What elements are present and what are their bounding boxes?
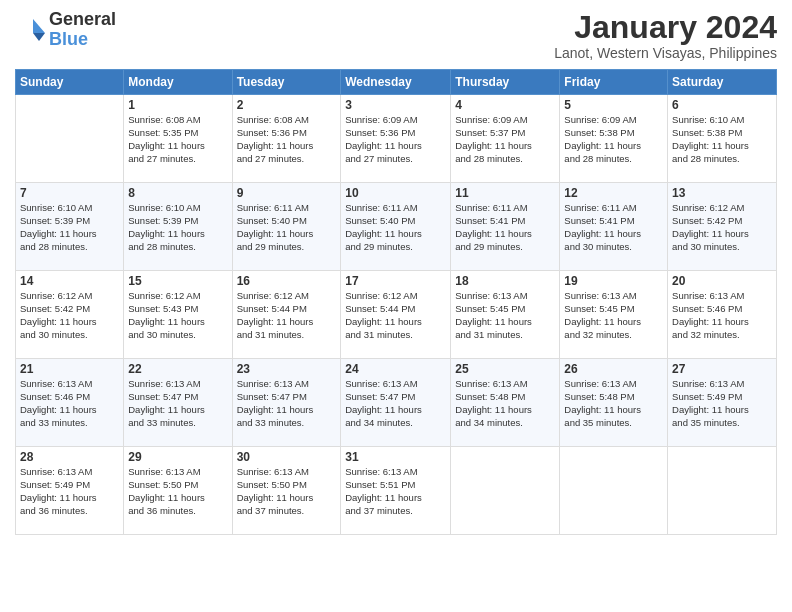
page: General Blue January 2024 Lanot, Western… bbox=[0, 0, 792, 612]
calendar-cell: 10Sunrise: 6:11 AM Sunset: 5:40 PM Dayli… bbox=[341, 183, 451, 271]
calendar-header-saturday: Saturday bbox=[668, 70, 777, 95]
svg-marker-1 bbox=[33, 33, 45, 41]
logo: General Blue bbox=[15, 10, 116, 50]
day-number: 15 bbox=[128, 274, 227, 288]
day-info: Sunrise: 6:13 AM Sunset: 5:46 PM Dayligh… bbox=[20, 378, 119, 429]
month-title: January 2024 bbox=[554, 10, 777, 45]
svg-marker-0 bbox=[33, 19, 45, 33]
calendar-cell: 7Sunrise: 6:10 AM Sunset: 5:39 PM Daylig… bbox=[16, 183, 124, 271]
day-info: Sunrise: 6:11 AM Sunset: 5:40 PM Dayligh… bbox=[237, 202, 337, 253]
header: General Blue January 2024 Lanot, Western… bbox=[15, 10, 777, 61]
day-number: 29 bbox=[128, 450, 227, 464]
calendar-week-3: 14Sunrise: 6:12 AM Sunset: 5:42 PM Dayli… bbox=[16, 271, 777, 359]
day-number: 19 bbox=[564, 274, 663, 288]
calendar-cell: 23Sunrise: 6:13 AM Sunset: 5:47 PM Dayli… bbox=[232, 359, 341, 447]
day-number: 24 bbox=[345, 362, 446, 376]
day-info: Sunrise: 6:13 AM Sunset: 5:46 PM Dayligh… bbox=[672, 290, 772, 341]
day-info: Sunrise: 6:10 AM Sunset: 5:38 PM Dayligh… bbox=[672, 114, 772, 165]
day-number: 28 bbox=[20, 450, 119, 464]
logo-icon bbox=[15, 15, 45, 45]
calendar-cell: 31Sunrise: 6:13 AM Sunset: 5:51 PM Dayli… bbox=[341, 447, 451, 535]
day-info: Sunrise: 6:13 AM Sunset: 5:51 PM Dayligh… bbox=[345, 466, 446, 517]
calendar-cell: 27Sunrise: 6:13 AM Sunset: 5:49 PM Dayli… bbox=[668, 359, 777, 447]
title-section: January 2024 Lanot, Western Visayas, Phi… bbox=[554, 10, 777, 61]
day-info: Sunrise: 6:08 AM Sunset: 5:36 PM Dayligh… bbox=[237, 114, 337, 165]
calendar-week-5: 28Sunrise: 6:13 AM Sunset: 5:49 PM Dayli… bbox=[16, 447, 777, 535]
calendar-cell: 16Sunrise: 6:12 AM Sunset: 5:44 PM Dayli… bbox=[232, 271, 341, 359]
day-number: 25 bbox=[455, 362, 555, 376]
day-number: 10 bbox=[345, 186, 446, 200]
day-info: Sunrise: 6:08 AM Sunset: 5:35 PM Dayligh… bbox=[128, 114, 227, 165]
calendar-cell bbox=[16, 95, 124, 183]
calendar-cell: 11Sunrise: 6:11 AM Sunset: 5:41 PM Dayli… bbox=[451, 183, 560, 271]
calendar-week-4: 21Sunrise: 6:13 AM Sunset: 5:46 PM Dayli… bbox=[16, 359, 777, 447]
day-info: Sunrise: 6:10 AM Sunset: 5:39 PM Dayligh… bbox=[20, 202, 119, 253]
day-info: Sunrise: 6:11 AM Sunset: 5:40 PM Dayligh… bbox=[345, 202, 446, 253]
day-number: 5 bbox=[564, 98, 663, 112]
calendar-cell: 12Sunrise: 6:11 AM Sunset: 5:41 PM Dayli… bbox=[560, 183, 668, 271]
day-info: Sunrise: 6:13 AM Sunset: 5:47 PM Dayligh… bbox=[128, 378, 227, 429]
calendar-cell: 4Sunrise: 6:09 AM Sunset: 5:37 PM Daylig… bbox=[451, 95, 560, 183]
day-number: 30 bbox=[237, 450, 337, 464]
day-number: 27 bbox=[672, 362, 772, 376]
logo-general: General bbox=[49, 10, 116, 30]
calendar-cell: 6Sunrise: 6:10 AM Sunset: 5:38 PM Daylig… bbox=[668, 95, 777, 183]
calendar-cell: 1Sunrise: 6:08 AM Sunset: 5:35 PM Daylig… bbox=[124, 95, 232, 183]
calendar-header-wednesday: Wednesday bbox=[341, 70, 451, 95]
calendar-week-2: 7Sunrise: 6:10 AM Sunset: 5:39 PM Daylig… bbox=[16, 183, 777, 271]
day-info: Sunrise: 6:09 AM Sunset: 5:38 PM Dayligh… bbox=[564, 114, 663, 165]
calendar-cell bbox=[668, 447, 777, 535]
day-number: 12 bbox=[564, 186, 663, 200]
calendar-cell: 2Sunrise: 6:08 AM Sunset: 5:36 PM Daylig… bbox=[232, 95, 341, 183]
day-number: 17 bbox=[345, 274, 446, 288]
day-number: 21 bbox=[20, 362, 119, 376]
calendar-header-monday: Monday bbox=[124, 70, 232, 95]
calendar-header-friday: Friday bbox=[560, 70, 668, 95]
day-number: 4 bbox=[455, 98, 555, 112]
day-number: 11 bbox=[455, 186, 555, 200]
calendar-cell bbox=[560, 447, 668, 535]
day-number: 22 bbox=[128, 362, 227, 376]
calendar-cell: 13Sunrise: 6:12 AM Sunset: 5:42 PM Dayli… bbox=[668, 183, 777, 271]
day-number: 23 bbox=[237, 362, 337, 376]
calendar-cell: 29Sunrise: 6:13 AM Sunset: 5:50 PM Dayli… bbox=[124, 447, 232, 535]
day-info: Sunrise: 6:13 AM Sunset: 5:49 PM Dayligh… bbox=[672, 378, 772, 429]
calendar-cell: 26Sunrise: 6:13 AM Sunset: 5:48 PM Dayli… bbox=[560, 359, 668, 447]
calendar-cell: 9Sunrise: 6:11 AM Sunset: 5:40 PM Daylig… bbox=[232, 183, 341, 271]
calendar-week-1: 1Sunrise: 6:08 AM Sunset: 5:35 PM Daylig… bbox=[16, 95, 777, 183]
day-number: 6 bbox=[672, 98, 772, 112]
day-info: Sunrise: 6:13 AM Sunset: 5:47 PM Dayligh… bbox=[237, 378, 337, 429]
calendar-cell: 22Sunrise: 6:13 AM Sunset: 5:47 PM Dayli… bbox=[124, 359, 232, 447]
day-info: Sunrise: 6:11 AM Sunset: 5:41 PM Dayligh… bbox=[564, 202, 663, 253]
calendar-header-row: SundayMondayTuesdayWednesdayThursdayFrid… bbox=[16, 70, 777, 95]
day-info: Sunrise: 6:13 AM Sunset: 5:48 PM Dayligh… bbox=[455, 378, 555, 429]
logo-text: General Blue bbox=[49, 10, 116, 50]
calendar-cell: 15Sunrise: 6:12 AM Sunset: 5:43 PM Dayli… bbox=[124, 271, 232, 359]
calendar-cell: 14Sunrise: 6:12 AM Sunset: 5:42 PM Dayli… bbox=[16, 271, 124, 359]
calendar-cell: 18Sunrise: 6:13 AM Sunset: 5:45 PM Dayli… bbox=[451, 271, 560, 359]
calendar-cell: 8Sunrise: 6:10 AM Sunset: 5:39 PM Daylig… bbox=[124, 183, 232, 271]
calendar-cell: 17Sunrise: 6:12 AM Sunset: 5:44 PM Dayli… bbox=[341, 271, 451, 359]
calendar-cell: 21Sunrise: 6:13 AM Sunset: 5:46 PM Dayli… bbox=[16, 359, 124, 447]
day-info: Sunrise: 6:13 AM Sunset: 5:47 PM Dayligh… bbox=[345, 378, 446, 429]
day-number: 16 bbox=[237, 274, 337, 288]
calendar-cell: 5Sunrise: 6:09 AM Sunset: 5:38 PM Daylig… bbox=[560, 95, 668, 183]
day-number: 1 bbox=[128, 98, 227, 112]
day-info: Sunrise: 6:13 AM Sunset: 5:50 PM Dayligh… bbox=[128, 466, 227, 517]
day-number: 31 bbox=[345, 450, 446, 464]
calendar-cell: 3Sunrise: 6:09 AM Sunset: 5:36 PM Daylig… bbox=[341, 95, 451, 183]
calendar-header-thursday: Thursday bbox=[451, 70, 560, 95]
day-number: 2 bbox=[237, 98, 337, 112]
day-info: Sunrise: 6:13 AM Sunset: 5:45 PM Dayligh… bbox=[564, 290, 663, 341]
day-number: 18 bbox=[455, 274, 555, 288]
calendar: SundayMondayTuesdayWednesdayThursdayFrid… bbox=[15, 69, 777, 535]
day-info: Sunrise: 6:12 AM Sunset: 5:42 PM Dayligh… bbox=[20, 290, 119, 341]
day-info: Sunrise: 6:12 AM Sunset: 5:43 PM Dayligh… bbox=[128, 290, 227, 341]
day-number: 7 bbox=[20, 186, 119, 200]
day-number: 14 bbox=[20, 274, 119, 288]
calendar-cell: 20Sunrise: 6:13 AM Sunset: 5:46 PM Dayli… bbox=[668, 271, 777, 359]
day-info: Sunrise: 6:11 AM Sunset: 5:41 PM Dayligh… bbox=[455, 202, 555, 253]
calendar-header-tuesday: Tuesday bbox=[232, 70, 341, 95]
day-info: Sunrise: 6:13 AM Sunset: 5:48 PM Dayligh… bbox=[564, 378, 663, 429]
calendar-cell: 30Sunrise: 6:13 AM Sunset: 5:50 PM Dayli… bbox=[232, 447, 341, 535]
